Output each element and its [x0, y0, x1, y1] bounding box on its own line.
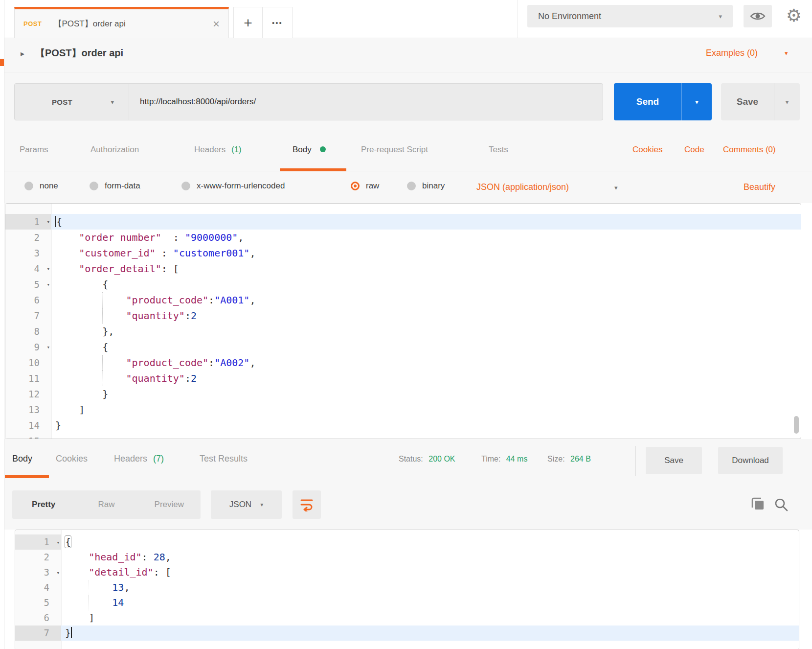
tab-prerequest-script[interactable]: Pre-request Script	[361, 145, 428, 155]
environment-selector[interactable]: No Environment ▾	[527, 5, 733, 27]
code-line-3[interactable]: 3▾ "detail_id": [	[15, 565, 799, 580]
line-number: 4	[15, 580, 61, 595]
environment-quicklook-button[interactable]	[744, 5, 772, 27]
code-line-1[interactable]: 1▾{	[5, 214, 801, 230]
code-line-13[interactable]: 13 ]	[5, 402, 801, 417]
code-line-6[interactable]: 6 ]	[15, 610, 799, 626]
radio-urlencoded[interactable]	[181, 182, 190, 190]
response-code-lines[interactable]: 1▾{2 "head_id": 28,3▾ "detail_id": [4 13…	[15, 530, 799, 641]
line-number: 3	[5, 245, 51, 261]
code-line-5[interactable]: 5▾ {	[5, 277, 801, 292]
tab-options-button[interactable]: •••	[262, 7, 293, 38]
response-tab-cookies[interactable]: Cookies	[56, 454, 88, 464]
radio-raw-selected[interactable]	[351, 182, 360, 190]
radio-binary[interactable]	[407, 182, 416, 190]
comments-link[interactable]: Comments (0)	[723, 145, 776, 155]
save-button[interactable]: Save ▾	[721, 83, 800, 120]
fold-caret-icon[interactable]: ▾	[56, 535, 60, 550]
fold-caret-icon[interactable]: ▾	[46, 261, 50, 277]
code-line-4[interactable]: 4▾ "order_detail": [	[5, 261, 801, 277]
response-tab-test-results[interactable]: Test Results	[200, 454, 248, 464]
method-selector[interactable]: POST ▾	[15, 84, 129, 120]
fold-caret-icon[interactable]: ▾	[46, 340, 50, 355]
copy-response-button[interactable]	[750, 496, 766, 514]
status-label: Status:	[399, 455, 423, 463]
response-tab-body[interactable]: Body	[12, 454, 32, 464]
view-preview[interactable]: Preview	[138, 500, 201, 510]
code-line-3[interactable]: 3 "customer_id" : "customer001",	[5, 245, 801, 261]
save-options-caret-icon[interactable]: ▾	[774, 83, 800, 120]
code-line-2[interactable]: 2 "order_number" : "9000000",	[5, 230, 801, 245]
code-line-8[interactable]: 8 },	[5, 324, 801, 339]
content-type-caret-icon[interactable]: ▾	[614, 184, 618, 191]
send-button[interactable]: Send ▾	[614, 83, 712, 120]
mode-none[interactable]: none	[24, 181, 58, 191]
examples-caret-icon[interactable]: ▾	[785, 49, 788, 57]
code-line-11[interactable]: 11 "quantity":2	[5, 371, 801, 386]
view-raw[interactable]: Raw	[75, 500, 137, 510]
tab-headers[interactable]: Headers (1)	[194, 145, 242, 155]
code-line-10[interactable]: 10 "product_code":"A002",	[5, 355, 801, 371]
wrap-text-button[interactable]	[293, 490, 321, 519]
request-header: ▸ 【POST】order api Examples (0) ▾	[0, 38, 812, 72]
code-link[interactable]: Code	[684, 145, 704, 155]
fold-caret-icon[interactable]: ▾	[46, 214, 50, 230]
beautify-link[interactable]: Beautify	[744, 182, 775, 192]
request-editor-scrollbar[interactable]	[794, 416, 799, 434]
download-response-button[interactable]: Download	[718, 447, 783, 474]
content-type-dropdown[interactable]: JSON (application/json)	[476, 182, 569, 192]
status-value: 200 OK	[429, 455, 455, 463]
new-tab-button[interactable]: +	[233, 7, 263, 38]
examples-dropdown[interactable]: Examples (0)	[706, 48, 758, 58]
url-input[interactable]: http://localhost:8000/api/orders/	[129, 97, 603, 107]
save-response-button[interactable]: Save	[646, 447, 702, 474]
mode-urlencoded[interactable]: x-www-form-urlencoded	[181, 181, 285, 191]
tab-authorization[interactable]: Authorization	[90, 145, 139, 155]
response-tab-headers[interactable]: Headers (7)	[114, 454, 164, 464]
mode-raw[interactable]: raw	[351, 181, 379, 191]
code-line-15[interactable]: 15	[5, 433, 801, 439]
sidebar-edge[interactable]	[0, 0, 4, 649]
code-line-5[interactable]: 5 14	[15, 595, 799, 610]
tab-tests[interactable]: Tests	[489, 145, 508, 155]
tab-params[interactable]: Params	[20, 145, 48, 155]
eye-icon	[750, 11, 766, 22]
response-body-editor[interactable]: 1▾{2 "head_id": 28,3▾ "detail_id": [4 13…	[15, 530, 799, 649]
code-line-9[interactable]: 9▾ {	[5, 339, 801, 355]
tab-method-badge: POST	[23, 20, 42, 27]
code-line-12[interactable]: 12 }	[5, 386, 801, 402]
size-badge: Size: 264 B	[547, 455, 591, 464]
response-format-dropdown[interactable]: JSON ▾	[211, 490, 282, 519]
wrap-text-icon	[300, 498, 314, 511]
code-line-7[interactable]: 7}	[15, 626, 799, 641]
method-caret-icon: ▾	[111, 98, 114, 106]
meta-divider	[635, 446, 636, 476]
request-tab[interactable]: POST 【POST】order api ×	[14, 7, 229, 38]
code-line-7[interactable]: 7 "quantity":2	[5, 308, 801, 324]
cookies-link[interactable]: Cookies	[632, 145, 662, 155]
code-line-4[interactable]: 4 13,	[15, 580, 799, 595]
mode-binary[interactable]: binary	[407, 181, 445, 191]
search-response-button[interactable]	[774, 497, 789, 514]
line-number: 3▾	[15, 565, 61, 580]
close-tab-icon[interactable]: ×	[213, 18, 220, 30]
collapse-caret-icon[interactable]: ▸	[21, 49, 24, 58]
tab-body[interactable]: Body	[293, 145, 326, 155]
code-line-2[interactable]: 2 "head_id": 28,	[15, 550, 799, 565]
line-number: 1▾	[15, 534, 61, 550]
request-tabs-row: Params Authorization Headers (1) Body Pr…	[0, 131, 812, 171]
view-pretty[interactable]: Pretty	[12, 500, 75, 510]
code-line-6[interactable]: 6 "product_code":"A001",	[5, 292, 801, 308]
code-line-14[interactable]: 14}	[5, 417, 801, 433]
code-line-1[interactable]: 1▾{	[15, 534, 799, 550]
request-code-lines[interactable]: 1▾{2 "order_number" : "9000000",3 "custo…	[5, 204, 801, 439]
radio-form-data[interactable]	[90, 182, 98, 190]
fold-caret-icon[interactable]: ▾	[56, 565, 60, 580]
radio-none[interactable]	[24, 182, 33, 190]
fold-caret-icon[interactable]: ▾	[46, 277, 50, 293]
settings-button[interactable]: ⚙	[781, 3, 807, 28]
line-number: 5▾	[5, 277, 51, 292]
mode-form-data[interactable]: form-data	[90, 181, 140, 191]
send-options-caret-icon[interactable]: ▾	[682, 83, 712, 120]
request-body-editor[interactable]: 1▾{2 "order_number" : "9000000",3 "custo…	[5, 203, 801, 439]
